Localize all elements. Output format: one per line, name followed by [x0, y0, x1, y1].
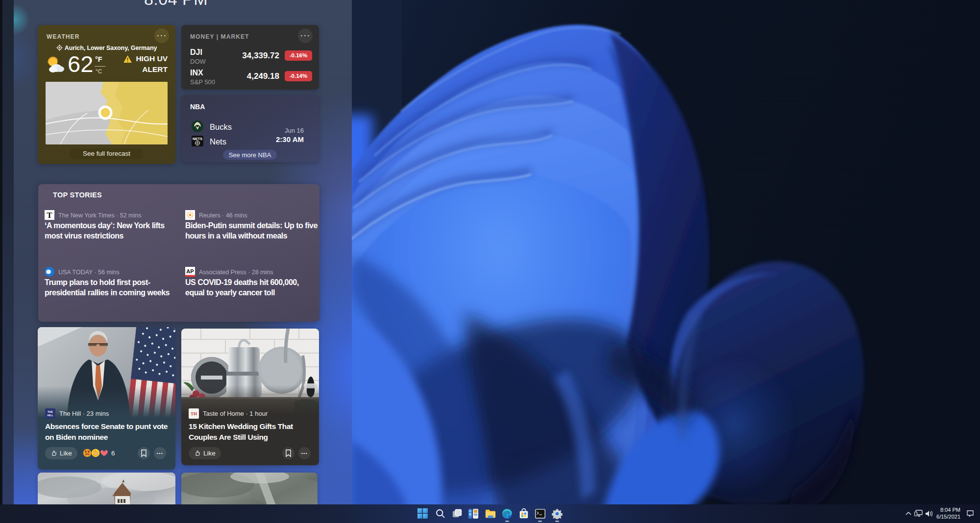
svg-text:HILL: HILL — [47, 414, 53, 417]
svg-text:THE: THE — [48, 410, 53, 413]
svg-text:AP: AP — [186, 268, 194, 274]
svg-text:TH: TH — [191, 411, 197, 416]
svg-text:T: T — [47, 211, 52, 220]
svg-text:NETS: NETS — [193, 137, 202, 141]
